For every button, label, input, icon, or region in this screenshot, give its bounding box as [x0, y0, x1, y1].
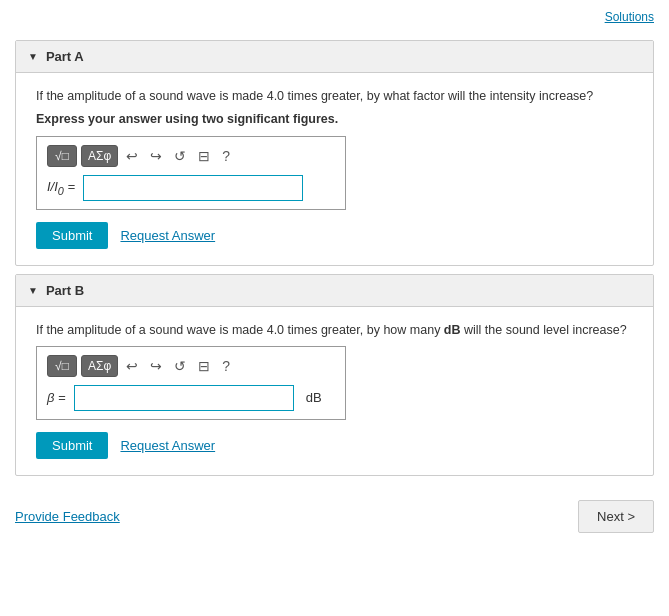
bottom-bar: Provide Feedback Next >: [0, 484, 669, 541]
part-a-section: ▼ Part A If the amplitude of a sound wav…: [15, 40, 654, 266]
part-b-toolbar: √□ ΑΣφ ↩ ↪ ↺ ⊟ ?: [47, 355, 335, 377]
part-b-actions: Submit Request Answer: [36, 432, 633, 459]
part-a-request-answer-btn[interactable]: Request Answer: [120, 228, 215, 243]
part-a-submit-btn[interactable]: Submit: [36, 222, 108, 249]
part-b-question: If the amplitude of a sound wave is made…: [36, 321, 633, 340]
part-a-math-input[interactable]: [83, 175, 303, 201]
part-b-symbol-btn[interactable]: ΑΣφ: [81, 355, 118, 377]
part-a-input-label: I/I0 =: [47, 179, 75, 197]
part-a-instruction: Express your answer using two significan…: [36, 112, 633, 126]
provide-feedback-btn[interactable]: Provide Feedback: [15, 509, 120, 524]
part-a-undo-btn[interactable]: ↩: [122, 146, 142, 166]
part-b-input-box: √□ ΑΣφ ↩ ↪ ↺ ⊟ ? β = dB: [36, 346, 346, 420]
part-b-redo-btn[interactable]: ↪: [146, 356, 166, 376]
part-a-header: ▼ Part A: [16, 41, 653, 73]
part-b-input-label: β =: [47, 390, 66, 405]
part-a-refresh-btn[interactable]: ↺: [170, 146, 190, 166]
part-b-unit: dB: [306, 390, 322, 405]
part-b-sqrt-btn[interactable]: √□: [47, 355, 77, 377]
part-b-arrow: ▼: [28, 285, 38, 296]
next-btn[interactable]: Next >: [578, 500, 654, 533]
part-a-input-row: I/I0 =: [47, 175, 335, 201]
part-a-sqrt-btn[interactable]: √□: [47, 145, 77, 167]
part-a-image-btn[interactable]: ⊟: [194, 146, 214, 166]
part-b-input-row: β = dB: [47, 385, 335, 411]
part-a-input-box: √□ ΑΣφ ↩ ↪ ↺ ⊟ ? I/I0 =: [36, 136, 346, 210]
top-bar: Solutions: [0, 10, 669, 32]
part-a-symbol-btn[interactable]: ΑΣφ: [81, 145, 118, 167]
part-a-question: If the amplitude of a sound wave is made…: [36, 87, 633, 106]
part-a-arrow: ▼: [28, 51, 38, 62]
part-b-header: ▼ Part B: [16, 275, 653, 307]
part-b-math-input[interactable]: [74, 385, 294, 411]
part-b-request-answer-btn[interactable]: Request Answer: [120, 438, 215, 453]
part-b-refresh-btn[interactable]: ↺: [170, 356, 190, 376]
part-b-image-btn[interactable]: ⊟: [194, 356, 214, 376]
solutions-link[interactable]: Solutions: [605, 10, 654, 24]
part-b-title: Part B: [46, 283, 84, 298]
part-b-body: If the amplitude of a sound wave is made…: [16, 307, 653, 475]
part-b-undo-btn[interactable]: ↩: [122, 356, 142, 376]
part-a-title: Part A: [46, 49, 84, 64]
part-a-toolbar: √□ ΑΣφ ↩ ↪ ↺ ⊟ ?: [47, 145, 335, 167]
part-a-redo-btn[interactable]: ↪: [146, 146, 166, 166]
part-b-submit-btn[interactable]: Submit: [36, 432, 108, 459]
part-a-help-btn[interactable]: ?: [218, 146, 234, 166]
part-b-help-btn[interactable]: ?: [218, 356, 234, 376]
part-b-section: ▼ Part B If the amplitude of a sound wav…: [15, 274, 654, 476]
part-a-actions: Submit Request Answer: [36, 222, 633, 249]
part-a-body: If the amplitude of a sound wave is made…: [16, 73, 653, 265]
